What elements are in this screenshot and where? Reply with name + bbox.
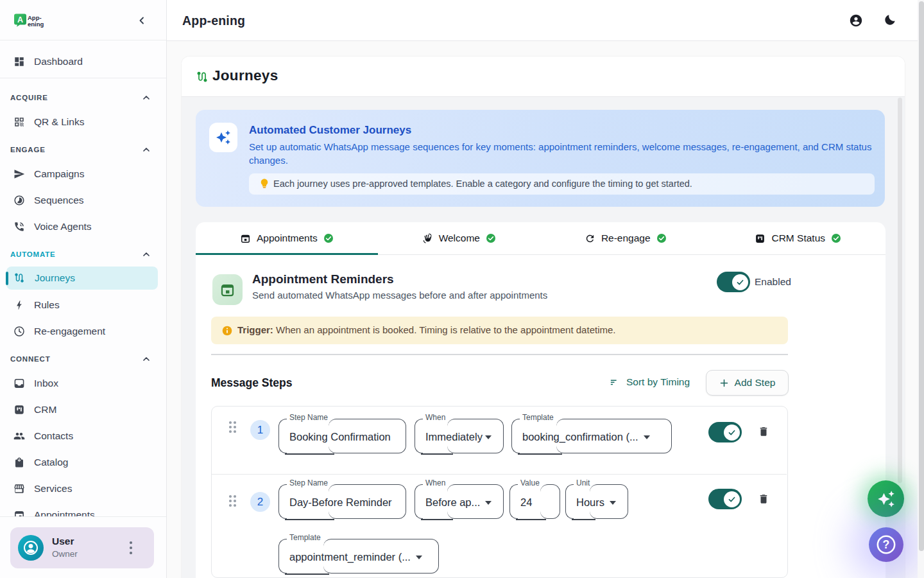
svg-text:A: A bbox=[17, 15, 23, 24]
svg-text:?: ? bbox=[883, 538, 890, 551]
